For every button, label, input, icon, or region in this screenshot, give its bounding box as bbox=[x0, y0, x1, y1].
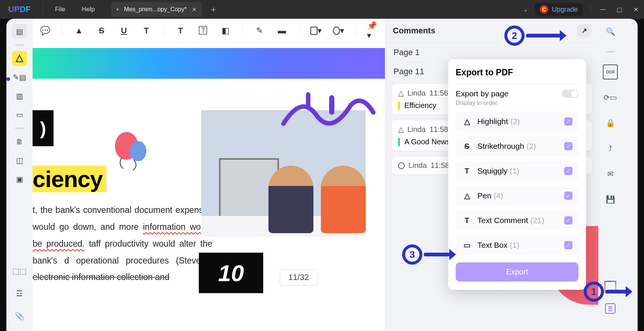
export-item-pen[interactable]: △ Pen (4) ✓ bbox=[456, 186, 578, 205]
export-item-count: (1) bbox=[510, 241, 520, 250]
textbox-icon[interactable]: 🅃 bbox=[197, 25, 209, 36]
user-badge: C bbox=[540, 5, 548, 13]
callout-icon[interactable]: ◧ bbox=[220, 25, 231, 36]
page-tools-icon[interactable]: ▭ bbox=[12, 107, 27, 122]
text-icon[interactable]: T bbox=[175, 25, 186, 36]
squiggly-icon: T bbox=[462, 167, 472, 175]
menu-help[interactable]: Help bbox=[73, 6, 103, 13]
comment-author: Linda bbox=[407, 125, 426, 134]
highlight-icon: △ bbox=[398, 88, 404, 97]
left-rail: ▤ ✎▤ ▥ ▭ 🗎 ◫ ▣ ⬚⬚ ☲ 📎 bbox=[6, 19, 33, 331]
redact-tool-icon[interactable]: ▣ bbox=[12, 172, 27, 187]
export-item-count: (2) bbox=[510, 117, 520, 126]
comment-tool-icon[interactable] bbox=[12, 51, 27, 66]
callout-number: 2 bbox=[504, 25, 525, 46]
form-tool-icon[interactable]: 🗎 bbox=[12, 134, 27, 149]
highlight-icon: △ bbox=[398, 125, 404, 134]
export-item-count: (1) bbox=[510, 166, 520, 175]
export-item-text-box[interactable]: ▭ Text Box (1) ✓ bbox=[456, 235, 578, 255]
export-item-squiggly[interactable]: T Squiggly (1) ✓ bbox=[456, 161, 578, 181]
export-by-page-toggle[interactable] bbox=[562, 90, 578, 98]
export-item-text-comment[interactable]: T Text Comment (21) ✓ bbox=[456, 211, 578, 230]
highlighter-icon[interactable]: ▲ bbox=[73, 25, 85, 36]
export-item-highlight[interactable]: △ Highlight (2) ✓ bbox=[456, 112, 578, 131]
comment-time: 11:56 bbox=[429, 89, 448, 97]
note-icon[interactable]: 💬 bbox=[39, 25, 51, 36]
save-icon[interactable]: 💾 bbox=[603, 192, 618, 207]
add-tab-button[interactable]: ＋ bbox=[202, 4, 225, 15]
rectangle-shape-icon[interactable]: ▾ bbox=[310, 25, 322, 36]
upgrade-label: Upgrade bbox=[552, 6, 578, 13]
highlight-bar-icon bbox=[398, 102, 400, 110]
tabs-chevron-icon[interactable]: ⌄ bbox=[517, 6, 535, 12]
rail-separator bbox=[606, 51, 615, 52]
convert-icon[interactable]: ⟳▭ bbox=[603, 90, 618, 105]
sidebar-number-box: ) bbox=[33, 110, 54, 146]
ellipse-shape-icon[interactable]: ▾ bbox=[333, 25, 344, 36]
export-item-strikethrough[interactable]: S Strikethrough (2) ✓ bbox=[456, 136, 578, 156]
export-item-count: (4) bbox=[493, 191, 503, 200]
tutorial-callout-3: 3 bbox=[402, 244, 450, 265]
body-paragraph: t, the bank's conventional document expe… bbox=[33, 202, 212, 286]
app-logo: UPDF bbox=[0, 4, 39, 14]
eraser-icon[interactable]: ▬ bbox=[276, 25, 288, 36]
tutorial-callout-1: 1 bbox=[584, 282, 626, 302]
layers-icon[interactable]: ⬚⬚ bbox=[12, 264, 27, 279]
crop-tool-icon[interactable]: ◫ bbox=[12, 153, 27, 168]
comment-author: Linda bbox=[407, 89, 426, 97]
export-popout-icon[interactable]: ↗ bbox=[577, 24, 591, 37]
squiggly-icon[interactable]: T bbox=[141, 25, 152, 36]
export-item-label: Text Box bbox=[477, 241, 508, 250]
checkbox-icon[interactable]: ✓ bbox=[564, 241, 572, 249]
comments-title: Comments bbox=[393, 26, 435, 36]
divider bbox=[43, 5, 43, 14]
rail-separator bbox=[15, 127, 24, 129]
pen-annotation-ink bbox=[280, 90, 377, 135]
upgrade-pill[interactable]: C Upgrade bbox=[535, 3, 583, 16]
reader-mode-icon[interactable]: ▤ bbox=[12, 24, 27, 39]
annotation-toolbar: 💬 ▲ S U T T 🅃 ◧ ✎ ▬ ▾ ▾ 📌▾ bbox=[33, 19, 385, 43]
stamp-icon[interactable]: 📌▾ bbox=[367, 25, 378, 36]
comment-time: 11:58 bbox=[431, 161, 449, 170]
export-to-pdf-popup: Export to PDF Export by page Display in … bbox=[448, 59, 586, 290]
attachment-icon[interactable]: 📎 bbox=[12, 309, 27, 324]
protect-icon[interactable]: 🔒 bbox=[603, 115, 618, 130]
strikethrough-icon: S bbox=[462, 142, 472, 151]
checkbox-icon[interactable]: ✓ bbox=[564, 192, 572, 200]
search-icon[interactable]: 🔍 bbox=[603, 24, 618, 39]
document-canvas[interactable]: ) ciency t, the bank's conventional docu… bbox=[33, 43, 385, 331]
strikethrough-icon[interactable]: S bbox=[96, 25, 107, 36]
bookmark-icon[interactable]: ☲ bbox=[12, 286, 27, 301]
pen-icon[interactable]: ✎ bbox=[254, 25, 265, 36]
document-tab[interactable]: ▾ Mes_prem...opy_Copy* ✕ bbox=[111, 2, 202, 17]
close-tab-icon[interactable]: ✕ bbox=[192, 6, 197, 13]
share-icon[interactable]: ⤴ bbox=[603, 141, 618, 156]
active-tool-indicator bbox=[6, 77, 10, 81]
tab-title: Mes_prem...opy_Copy* bbox=[124, 6, 186, 13]
comment-time: 11:58 bbox=[429, 125, 448, 134]
ocr-icon[interactable]: OCR bbox=[603, 64, 618, 79]
checkbox-icon[interactable]: ✓ bbox=[564, 216, 572, 225]
svg-rect-0 bbox=[306, 92, 310, 109]
pen-icon bbox=[398, 162, 405, 169]
page-indicator[interactable]: 11/32 bbox=[280, 269, 318, 286]
export-button[interactable]: Export bbox=[456, 262, 578, 282]
window-close-icon[interactable]: ✕ bbox=[628, 6, 644, 13]
tab-dropdown-icon[interactable]: ▾ bbox=[116, 7, 119, 12]
header-gradient bbox=[33, 48, 385, 79]
text-comment-icon: T bbox=[462, 216, 472, 225]
menu-file[interactable]: File bbox=[47, 6, 73, 13]
edit-tool-icon[interactable]: ✎▤ bbox=[12, 70, 27, 85]
window-maximize-icon[interactable]: ▢ bbox=[611, 6, 628, 13]
email-icon[interactable]: ✉ bbox=[603, 166, 618, 181]
organize-pages-icon[interactable]: ▥ bbox=[12, 88, 27, 103]
checkbox-icon[interactable]: ✓ bbox=[564, 167, 572, 175]
checkbox-icon[interactable]: ✓ bbox=[564, 142, 572, 150]
checkbox-icon[interactable]: ✓ bbox=[564, 117, 572, 126]
underline-icon[interactable]: U bbox=[118, 25, 130, 36]
comments-toggle-icon[interactable] bbox=[605, 303, 616, 314]
window-minimize-icon[interactable]: — bbox=[595, 6, 611, 13]
export-subtitle: Display in order. bbox=[456, 100, 578, 106]
export-item-label: Text Comment bbox=[477, 216, 528, 225]
highlighted-word: ciency bbox=[33, 166, 106, 192]
